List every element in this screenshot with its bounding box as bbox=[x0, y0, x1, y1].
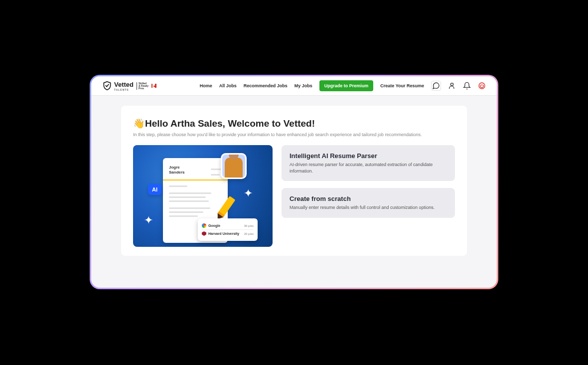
user-icon[interactable] bbox=[448, 82, 456, 90]
resume-illustration: Jogre Sanders bbox=[133, 145, 273, 247]
option-desc: Manually enter resume details with full … bbox=[290, 204, 447, 211]
brand-logo[interactable]: Vetted TALENTS Skilled& ReadyPros bbox=[102, 81, 156, 91]
welcome-card: 👋Hello Artha Sales, Welcome to Vetted! I… bbox=[121, 106, 467, 256]
brand-tagline: Skilled& ReadyPros bbox=[137, 82, 148, 90]
brand-name: Vetted bbox=[114, 81, 134, 88]
illus-avatar bbox=[221, 153, 247, 179]
nav-create-resume[interactable]: Create Your Resume bbox=[380, 83, 424, 88]
gradient-frame: Vetted TALENTS Skilled& ReadyPros Home A… bbox=[90, 75, 498, 289]
main-nav: Home All Jobs Recommended Jobs My Jobs U… bbox=[200, 80, 486, 91]
header: Vetted TALENTS Skilled& ReadyPros Home A… bbox=[91, 76, 497, 96]
options-column: Intelligent AI Resume Parser AI-driven r… bbox=[282, 145, 455, 247]
page-body: 👋Hello Artha Sales, Welcome to Vetted! I… bbox=[91, 96, 497, 288]
logo-shield-icon bbox=[102, 81, 112, 91]
wave-icon: 👋 bbox=[133, 118, 145, 129]
option-title: Create from scratch bbox=[290, 195, 447, 202]
power-icon[interactable] bbox=[478, 82, 486, 90]
nav-all-jobs[interactable]: All Jobs bbox=[219, 83, 237, 88]
nav-home[interactable]: Home bbox=[200, 83, 212, 88]
bell-icon[interactable] bbox=[463, 82, 471, 90]
sparkle-icon: ✦ bbox=[244, 187, 253, 200]
welcome-title: 👋Hello Artha Sales, Welcome to Vetted! bbox=[133, 118, 455, 129]
app-window: Vetted TALENTS Skilled& ReadyPros Home A… bbox=[91, 76, 497, 288]
nav-recommended-jobs[interactable]: Recommended Jobs bbox=[244, 83, 288, 88]
chat-icon[interactable] bbox=[431, 81, 441, 91]
illus-companies-card: Google30 jobs Harvard University20 jobs bbox=[198, 218, 258, 241]
nav-my-jobs[interactable]: My Jobs bbox=[294, 83, 312, 88]
harvard-icon bbox=[202, 231, 206, 236]
upgrade-premium-button[interactable]: Upgrade to Premium bbox=[319, 80, 374, 91]
option-scratch[interactable]: Create from scratch Manually enter resum… bbox=[282, 188, 455, 218]
option-title: Intelligent AI Resume Parser bbox=[290, 152, 447, 160]
svg-point-0 bbox=[450, 83, 453, 86]
option-desc: AI-driven resume parser for accurate, au… bbox=[290, 162, 447, 174]
brand-sub: TALENTS bbox=[114, 88, 134, 91]
option-ai-parser[interactable]: Intelligent AI Resume Parser AI-driven r… bbox=[282, 145, 455, 181]
welcome-subtitle: In this step, please choose how you'd li… bbox=[133, 132, 455, 137]
google-icon bbox=[202, 223, 206, 228]
canada-flag-icon bbox=[151, 84, 156, 88]
ai-badge: AI bbox=[148, 184, 161, 195]
sparkle-icon: ✦ bbox=[144, 214, 153, 227]
